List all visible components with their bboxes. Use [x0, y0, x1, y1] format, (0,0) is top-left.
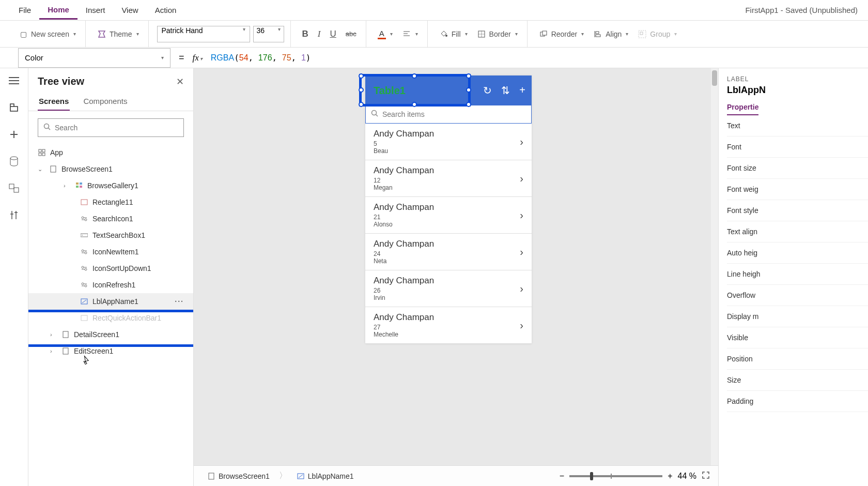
more-icon[interactable]: ··· — [175, 297, 184, 306]
tree-item-rectangle[interactable]: Rectangle11 — [28, 194, 193, 210]
svg-rect-54 — [81, 315, 87, 321]
zoom-out-button[interactable]: − — [560, 472, 564, 481]
property-row[interactable]: Text align — [727, 221, 868, 242]
tree-search-input[interactable] — [55, 124, 178, 132]
tree-view-icon[interactable] — [8, 101, 20, 114]
svg-rect-55 — [63, 331, 68, 338]
sort-icon[interactable]: ⇅ — [501, 84, 510, 97]
expand-icon[interactable]: › — [50, 331, 57, 338]
property-row[interactable]: Font style — [727, 200, 868, 221]
preview-search-box[interactable] — [365, 105, 532, 124]
preview-search-input[interactable] — [382, 110, 526, 118]
zoom-slider[interactable] — [569, 475, 662, 477]
property-row[interactable]: Line heigh — [727, 264, 868, 285]
gallery-item[interactable]: Andy Champan21Alonso› — [365, 197, 532, 234]
fill-button[interactable]: Fill ▾ — [436, 27, 471, 41]
property-select[interactable]: Color ▾ — [18, 48, 171, 68]
media-icon[interactable] — [8, 182, 20, 194]
theme-button[interactable]: Theme ▾ — [94, 27, 142, 41]
tree-item-editscreen[interactable]: › EditScreen1 — [28, 343, 193, 359]
align-button[interactable]: Align ▾ — [590, 27, 631, 41]
gallery-item[interactable]: Andy Champan27Mechelle› — [365, 307, 532, 344]
vertical-scrollbar[interactable] — [711, 68, 718, 465]
strikethrough-button[interactable]: abc — [343, 28, 360, 40]
tree-search-box[interactable] — [38, 118, 184, 137]
svg-point-34 — [82, 217, 84, 219]
plus-icon[interactable]: + — [519, 84, 525, 97]
tree-view-panel: Tree view ✕ Screens Components App ⌄ Bro… — [28, 68, 194, 486]
close-icon[interactable]: ✕ — [176, 76, 184, 87]
menu-insert[interactable]: Insert — [78, 2, 114, 19]
tree-item-searchicon[interactable]: SearchIcon1 — [28, 210, 193, 227]
expand-icon[interactable]: › — [64, 183, 71, 189]
text-align-button[interactable]: ▾ — [399, 27, 421, 41]
property-row[interactable]: Display m — [727, 306, 868, 327]
tree-item-lblappname[interactable]: LblAppName1 ··· — [28, 293, 193, 310]
group-button[interactable]: Group ▾ — [634, 27, 680, 41]
collapse-icon[interactable]: ⌄ — [38, 166, 45, 173]
tree-item-gallery[interactable]: › BrowseGallery1 — [28, 177, 193, 194]
tree-item-textsearch[interactable]: TextSearchBox1 — [28, 227, 193, 244]
property-row[interactable]: Font — [727, 136, 868, 158]
property-row[interactable]: Overflow — [727, 285, 868, 306]
canvas-area[interactable]: Table1 ↻ ⇅ + Andy Champan5Beau›Andy Cham… — [194, 68, 718, 486]
data-icon[interactable] — [8, 155, 20, 168]
chevron-right-icon[interactable]: › — [520, 173, 523, 185]
svg-rect-24 — [39, 149, 41, 152]
property-row[interactable]: Padding — [727, 391, 868, 412]
properties-tab[interactable]: Propertie — [727, 103, 758, 115]
gallery-item[interactable]: Andy Champan12Megan› — [365, 160, 532, 197]
tree-item-detailscreen[interactable]: › DetailScreen1 — [28, 326, 193, 343]
chevron-right-icon[interactable]: › — [520, 209, 523, 221]
gallery-item[interactable]: Andy Champan24Neta› — [365, 234, 532, 270]
new-screen-button[interactable]: ▢ New screen ▾ — [16, 27, 79, 41]
tree-item-iconrefresh[interactable]: IconRefresh1 — [28, 277, 193, 293]
formula-input[interactable]: RGBA(54, 176, 75, 1) — [206, 53, 868, 63]
chevron-right-icon[interactable]: › — [520, 246, 523, 258]
fx-icon[interactable]: fx▾ — [193, 53, 206, 63]
font-color-button[interactable]: A ▾ — [375, 27, 396, 41]
expand-icon[interactable]: › — [50, 348, 57, 354]
tree-item-iconnew[interactable]: IconNewItem1 — [28, 244, 193, 260]
tab-screens[interactable]: Screens — [38, 93, 70, 111]
property-row[interactable]: Size — [727, 370, 868, 391]
refresh-icon[interactable]: ↻ — [483, 84, 492, 97]
svg-point-44 — [82, 266, 84, 268]
property-row[interactable]: Font weig — [727, 179, 868, 200]
chevron-right-icon[interactable]: › — [520, 283, 523, 295]
border-button[interactable]: Border ▾ — [474, 27, 521, 41]
font-name-select[interactable]: Patrick Hand ▾ — [157, 26, 250, 42]
chevron-down-icon: ▾ — [415, 31, 418, 37]
property-row[interactable]: Position — [727, 348, 868, 370]
tree-item-rectbar[interactable]: RectQuickActionBar1 — [28, 310, 193, 326]
breadcrumb-screen[interactable]: BrowseScreen1 — [202, 470, 275, 482]
underline-button[interactable]: U — [327, 27, 339, 41]
tree-item-iconsort[interactable]: IconSortUpDown1 — [28, 260, 193, 277]
menu-file[interactable]: File — [10, 2, 39, 19]
font-size-select[interactable]: 36 ▾ — [253, 26, 284, 42]
menu-view[interactable]: View — [113, 2, 146, 19]
italic-button[interactable]: I — [315, 27, 324, 41]
chevron-down-icon: ▾ — [515, 31, 518, 37]
add-icon[interactable] — [8, 128, 20, 141]
gallery-item[interactable]: Andy Champan26Irvin› — [365, 270, 532, 307]
menu-action[interactable]: Action — [147, 2, 185, 19]
tree-item-browsescreen[interactable]: ⌄ BrowseScreen1 — [28, 161, 193, 177]
gallery-item[interactable]: Andy Champan5Beau› — [365, 124, 532, 160]
chevron-right-icon[interactable]: › — [520, 136, 523, 148]
property-row[interactable]: Visible — [727, 327, 868, 348]
tab-components[interactable]: Components — [82, 93, 128, 111]
reorder-button[interactable]: Reorder ▾ — [536, 27, 587, 41]
bold-button[interactable]: B — [299, 27, 312, 41]
chevron-right-icon[interactable]: › — [520, 320, 523, 331]
tree-item-app[interactable]: App — [28, 144, 193, 161]
breadcrumb-control[interactable]: LblAppName1 — [291, 470, 359, 482]
hamburger-icon[interactable] — [8, 74, 20, 87]
property-row[interactable]: Font size — [727, 158, 868, 179]
property-row[interactable]: Text — [727, 115, 868, 136]
tools-icon[interactable] — [8, 209, 20, 221]
property-row[interactable]: Auto heig — [727, 242, 868, 264]
zoom-in-button[interactable]: + — [668, 472, 672, 481]
fit-screen-button[interactable] — [702, 471, 710, 481]
menu-home[interactable]: Home — [39, 1, 78, 20]
